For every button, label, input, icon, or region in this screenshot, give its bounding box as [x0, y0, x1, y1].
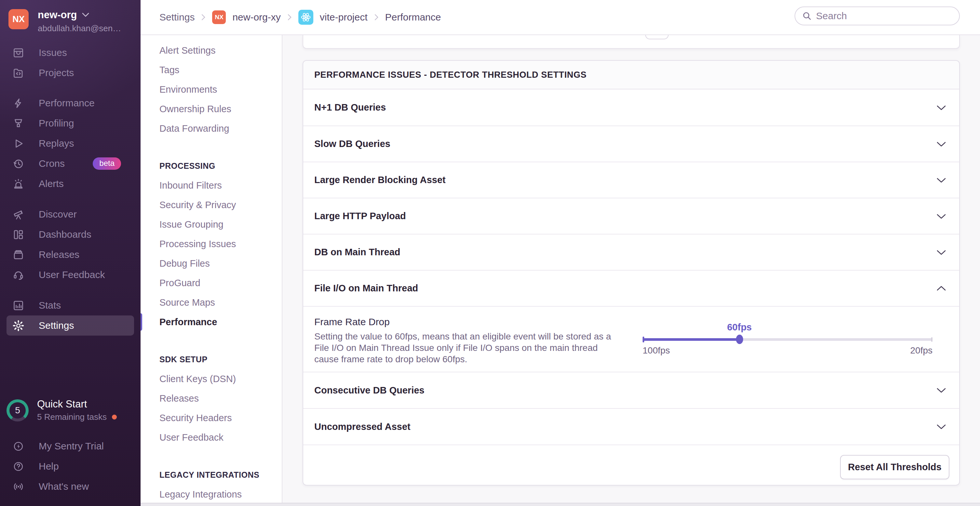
sidebar-item-performance[interactable]: Performance: [0, 93, 140, 113]
quick-start-title: Quick Start: [37, 398, 117, 410]
subnav-item-performance[interactable]: Performance: [140, 312, 282, 332]
accordion-row-n-plus-one-db-queries[interactable]: N+1 DB Queries: [303, 89, 959, 125]
subnav-item-proguard[interactable]: ProGuard: [140, 273, 282, 293]
slider-value-label: 60fps: [727, 322, 752, 333]
clock-icon: [12, 158, 24, 170]
progress-ring: 5: [6, 399, 29, 422]
org-email: abdullah.khan@sen…: [38, 24, 121, 33]
sidebar-group-footer: My Sentry Trial Help What's new: [0, 436, 140, 496]
subnav-item-user-feedback[interactable]: User Feedback: [140, 428, 282, 447]
sidebar-item-label: Profiling: [39, 118, 74, 129]
sidebar-item-dashboards[interactable]: Dashboards: [0, 224, 140, 244]
broadcast-icon: [12, 481, 24, 493]
frame-rate-drop-title: Frame Rate Drop: [314, 316, 390, 327]
sidebar-item-label: Help: [39, 461, 59, 472]
chevron-down-icon: [936, 424, 946, 430]
sidebar-item-stats[interactable]: Stats: [0, 295, 140, 316]
lightning-icon: [12, 97, 24, 109]
quick-start-subtitle: 5 Remaining tasks: [37, 412, 107, 422]
breadcrumb-page: Performance: [385, 12, 441, 23]
slider-thumb[interactable]: [736, 335, 743, 344]
subnav-section-sdk-setup: SDK SETUP: [140, 350, 282, 369]
sidebar-item-help[interactable]: Help: [0, 456, 140, 476]
subnav-section-processing: PROCESSING: [140, 156, 282, 176]
accordion-row-large-http-payload[interactable]: Large HTTP Payload: [303, 198, 959, 234]
accordion-row-consecutive-db-queries[interactable]: Consecutive DB Queries: [303, 372, 959, 408]
subnav-item-security-privacy[interactable]: Security & Privacy: [140, 195, 282, 215]
accordion-row-file-io-on-main-thread[interactable]: File I/O on Main Thread: [303, 270, 959, 306]
slider-track[interactable]: [643, 338, 932, 341]
sidebar-item-settings[interactable]: Settings: [6, 316, 134, 336]
sidebar-group-monitoring: Performance Profiling Replays Crons beta: [0, 93, 140, 194]
bar-chart-icon: [12, 300, 24, 311]
reset-all-thresholds-button[interactable]: Reset All Thresholds: [840, 455, 950, 479]
sidebar-item-whats-new[interactable]: What's new: [0, 476, 140, 496]
breadcrumb-project[interactable]: vite-project: [320, 12, 368, 23]
subnav-item-releases[interactable]: Releases: [140, 389, 282, 408]
subnav-item-inbound-filters[interactable]: Inbound Filters: [140, 176, 282, 195]
sidebar-item-projects[interactable]: Projects: [0, 63, 140, 83]
notification-dot: [112, 415, 117, 419]
accordion-row-slow-db-queries[interactable]: Slow DB Queries: [303, 125, 959, 162]
panel-header: PERFORMANCE ISSUES - DETECTOR THRESHOLD …: [303, 61, 959, 89]
gear-icon: [12, 320, 24, 332]
chevron-down-icon: [82, 13, 89, 17]
sidebar-item-replays[interactable]: Replays: [0, 133, 140, 154]
search-input[interactable]: [816, 10, 953, 21]
accordion-row-db-on-main-thread[interactable]: DB on Main Thread: [303, 234, 959, 270]
play-icon: [12, 138, 24, 149]
chevron-down-icon: [936, 105, 946, 111]
sidebar-item-profiling[interactable]: Profiling: [0, 113, 140, 133]
telescope-icon: [12, 208, 24, 220]
subnav-item-legacy-integrations[interactable]: Legacy Integrations: [140, 485, 282, 504]
detector-threshold-panel: PERFORMANCE ISSUES - DETECTOR THRESHOLD …: [302, 60, 960, 485]
horizontal-scrollbar-track[interactable]: [140, 503, 980, 506]
subnav-item-tags[interactable]: Tags: [140, 60, 282, 80]
sidebar-item-crons[interactable]: Crons beta: [0, 154, 140, 174]
chevron-right-icon: [201, 13, 206, 21]
subnav-item-data-forwarding[interactable]: Data Forwarding: [140, 119, 282, 138]
sidebar-group-explore: Discover Dashboards Releases User Feedba…: [0, 204, 140, 285]
chevron-down-icon: [936, 387, 946, 393]
sidebar-item-label: User Feedback: [39, 269, 105, 280]
subnav-item-debug-files[interactable]: Debug Files: [140, 254, 282, 273]
frame-rate-drop-section: Frame Rate Drop Setting the value to 60f…: [303, 306, 959, 372]
dashboard-grid-icon: [12, 228, 24, 241]
trial-bolt-icon: [12, 440, 24, 452]
sidebar-item-discover[interactable]: Discover: [0, 204, 140, 224]
subnav-item-issue-grouping[interactable]: Issue Grouping: [140, 215, 282, 234]
org-switcher[interactable]: NX new-org abdullah.khan@sen…: [8, 9, 121, 33]
help-icon: [12, 460, 24, 473]
sidebar-item-my-sentry-trial[interactable]: My Sentry Trial: [0, 436, 140, 456]
sidebar-item-label: What's new: [39, 481, 89, 492]
subnav-item-alert-settings[interactable]: Alert Settings: [140, 41, 282, 60]
sidebar-item-issues[interactable]: Issues: [0, 43, 140, 63]
subnav-section-legacy: LEGACY INTEGRATIONS: [140, 465, 282, 485]
chevron-down-icon: [936, 213, 946, 219]
accordion-row-uncompressed-asset[interactable]: Uncompressed Asset: [303, 408, 959, 444]
accordion-row-large-render-blocking-asset[interactable]: Large Render Blocking Asset: [303, 162, 959, 198]
subnav-item-source-maps[interactable]: Source Maps: [140, 293, 282, 312]
sidebar-item-alerts[interactable]: Alerts: [0, 174, 140, 194]
scrolled-panel-remnant: [302, 35, 960, 49]
breadcrumb-org[interactable]: new-org-xy: [232, 12, 280, 23]
subnav-item-environments[interactable]: Environments: [140, 80, 282, 99]
sidebar-item-label: Discover: [39, 209, 77, 220]
top-header-bar: Settings NX new-org-xy vite-project Perf…: [140, 0, 980, 35]
cutoff-button-remnant: [645, 35, 669, 40]
sidebar-item-user-feedback[interactable]: User Feedback: [0, 265, 140, 285]
subnav-item-processing-issues[interactable]: Processing Issues: [140, 234, 282, 254]
sidebar-group-admin: Stats Settings: [0, 295, 140, 336]
sidebar-item-label: Crons: [39, 158, 65, 169]
issues-icon: [12, 47, 24, 59]
search-box[interactable]: [795, 6, 960, 25]
breadcrumb-settings[interactable]: Settings: [159, 12, 194, 23]
sidebar-item-releases[interactable]: Releases: [0, 244, 140, 265]
subnav-item-ownership-rules[interactable]: Ownership Rules: [140, 99, 282, 119]
subnav-item-security-headers[interactable]: Security Headers: [140, 408, 282, 428]
quick-start[interactable]: 5 Quick Start 5 Remaining tasks: [6, 398, 134, 422]
subnav-item-client-keys[interactable]: Client Keys (DSN): [140, 369, 282, 389]
sidebar-item-label: Issues: [39, 47, 67, 58]
sidebar-item-label: Projects: [39, 67, 74, 78]
panel-footer: Reset All Thresholds: [303, 444, 959, 486]
